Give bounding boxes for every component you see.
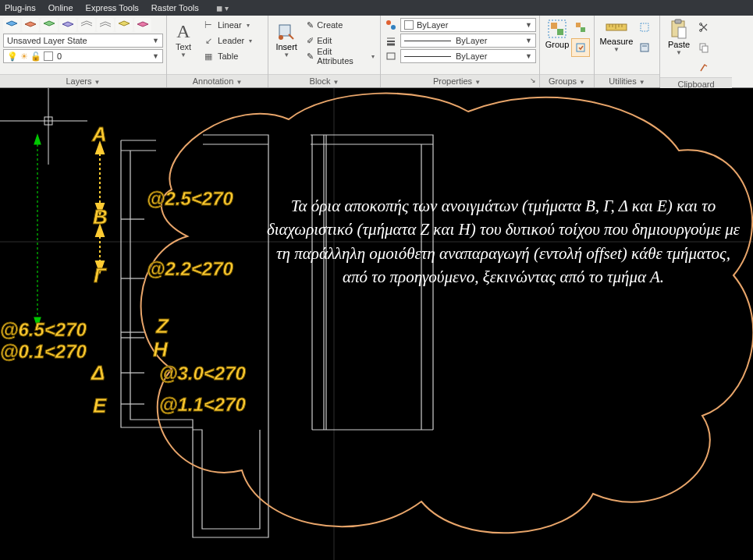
layers-panel: Unsaved Layer State ▼ 💡 ☀ 🔓 0 ▼ Layers ▼ xyxy=(0,16,167,87)
edit-attributes-button[interactable]: ✎ Edit Attributes ▾ xyxy=(304,49,377,63)
layer-lock-button[interactable] xyxy=(97,18,114,32)
utilities-panel-label[interactable]: Utilities ▼ xyxy=(595,74,659,87)
svg-rect-21 xyxy=(641,44,648,51)
point-label-G: Γ xyxy=(94,264,106,288)
clipboard-panel: Paste ▼ Clipboard xyxy=(660,16,732,87)
lineweight-button[interactable] xyxy=(384,34,398,48)
cut-button[interactable] xyxy=(694,18,713,37)
svg-point-3 xyxy=(391,25,396,30)
svg-rect-24 xyxy=(675,19,681,23)
group-label: Group xyxy=(545,40,570,49)
utilities-panel: Measure ▼ Utilities ▼ xyxy=(595,16,660,87)
svg-rect-0 xyxy=(279,25,290,36)
leader-label: Leader xyxy=(218,36,244,45)
layer-off-button[interactable] xyxy=(78,18,95,32)
edit-block-button[interactable]: ✐ Edit xyxy=(304,34,377,48)
svg-rect-9 xyxy=(551,23,557,29)
layer-state-dropdown[interactable]: Unsaved Layer State ▼ xyxy=(3,34,163,48)
color-swatch-icon xyxy=(404,20,414,30)
insert-button[interactable]: Insert ▼ xyxy=(272,18,301,62)
layer-isolate-button[interactable] xyxy=(41,18,58,32)
insert-label: Insert xyxy=(275,42,297,51)
paste-icon xyxy=(669,18,689,40)
menu-plugins[interactable]: Plug-ins xyxy=(5,3,36,12)
color-dropdown[interactable]: ByLayer ▼ xyxy=(400,18,536,32)
group-button[interactable]: Group xyxy=(543,18,571,62)
menu-express-tools[interactable]: Express Tools xyxy=(86,3,139,12)
paste-button[interactable]: Paste ▼ xyxy=(663,18,694,62)
select-all-button[interactable] xyxy=(635,18,654,37)
quick-calc-button[interactable] xyxy=(635,38,654,57)
dropdown-caret-icon: ▼ xyxy=(525,21,532,29)
sun-icon: ☀ xyxy=(20,51,28,62)
drawing-canvas[interactable]: Α Β Γ Ζ Η Δ Ε @2.5<270 @2.2<270 @3.0<270… xyxy=(0,88,753,560)
layers-panel-label[interactable]: Layers ▼ xyxy=(0,74,166,87)
edit-label: Edit xyxy=(317,36,332,45)
coord-4: @1.1<270 xyxy=(159,394,246,416)
menu-online[interactable]: Online xyxy=(48,3,73,12)
groups-panel-label[interactable]: Groups ▼ xyxy=(540,74,594,87)
text-icon: A xyxy=(176,21,190,42)
annotation-note: Τα όρια αποκοπής των ανοιγμάτων (τμήματα… xyxy=(262,194,744,289)
leader-icon: ↙ xyxy=(202,36,215,46)
block-panel-label[interactable]: Block ▼ xyxy=(268,74,380,87)
coord-2: @2.2<270 xyxy=(147,258,233,280)
create-block-button[interactable]: ✎ Create xyxy=(304,18,377,32)
menu-raster-tools[interactable]: Raster Tools xyxy=(151,3,199,12)
svg-rect-10 xyxy=(557,29,563,35)
dropdown-caret-icon: ▼ xyxy=(152,37,159,44)
linear-icon: ⊢ xyxy=(202,20,215,30)
groups-panel: Group Groups ▼ xyxy=(540,16,595,87)
properties-panel-label[interactable]: Properties ▼ ↘ xyxy=(381,74,539,87)
lightbulb-icon: 💡 xyxy=(7,51,18,62)
linetype-button[interactable] xyxy=(384,49,398,63)
group-edit-button[interactable] xyxy=(571,38,590,57)
properties-panel: ByLayer ▼ ByLayer ▼ ByLa xyxy=(381,16,540,87)
block-panel: Insert ▼ ✎ Create ✐ Edit ✎ Edit Attribut… xyxy=(268,16,381,87)
edit-attr-icon: ✎ xyxy=(307,51,314,62)
line-preview-icon xyxy=(404,41,451,41)
measure-label: Measure xyxy=(600,37,634,46)
coord-5: @6.5<270 xyxy=(0,319,87,341)
point-label-E: Ε xyxy=(93,394,106,418)
layer-state-value: Unsaved Layer State xyxy=(7,36,87,45)
match-button[interactable] xyxy=(694,58,713,77)
line-preview-icon xyxy=(404,56,451,57)
layer-properties-button[interactable] xyxy=(3,18,20,32)
ungroup-button[interactable] xyxy=(571,18,590,37)
layer-freeze-button[interactable] xyxy=(59,18,76,32)
ribbon: Unsaved Layer State ▼ 💡 ☀ 🔓 0 ▼ Layers ▼ xyxy=(0,16,753,88)
copy-button[interactable] xyxy=(694,38,713,57)
layer-previous-button[interactable] xyxy=(134,18,151,32)
match-properties-button[interactable] xyxy=(384,18,398,32)
point-label-D: Δ xyxy=(91,361,105,385)
current-layer-dropdown[interactable]: 💡 ☀ 🔓 0 ▼ xyxy=(3,49,163,63)
current-layer-name: 0 xyxy=(57,51,62,61)
table-button[interactable]: ▦ Table xyxy=(200,49,254,63)
svg-point-2 xyxy=(386,20,391,25)
measure-button[interactable]: Measure ▼ xyxy=(598,18,635,62)
point-label-B: Β xyxy=(93,205,108,229)
dropdown-caret-icon: ▼ xyxy=(525,52,532,60)
measure-icon xyxy=(605,18,628,37)
dropdown-caret-icon: ▼ xyxy=(152,52,159,60)
layer-states-button[interactable] xyxy=(22,18,39,32)
color-value: ByLayer xyxy=(417,20,448,30)
coord-3: @3.0<270 xyxy=(159,363,246,385)
table-icon: ▦ xyxy=(202,51,215,62)
text-label: Text xyxy=(176,42,191,51)
linear-button[interactable]: ⊢ Linear ▾ xyxy=(200,18,254,32)
linetype-dropdown[interactable]: ByLayer ▼ xyxy=(400,49,536,63)
leader-button[interactable]: ↙ Leader ▾ xyxy=(200,34,254,48)
annotation-panel-label[interactable]: Annotation ▼ xyxy=(167,74,268,87)
svg-marker-42 xyxy=(34,135,41,144)
text-button[interactable]: A Text ▼ xyxy=(170,18,197,62)
linear-label: Linear xyxy=(218,20,242,30)
menu-overflow-icon[interactable]: ◼ ▾ xyxy=(216,4,229,12)
point-label-A: Α xyxy=(92,122,107,147)
lineweight-dropdown[interactable]: ByLayer ▼ xyxy=(400,34,536,48)
point-label-H: Η xyxy=(153,338,168,362)
layer-match-button[interactable] xyxy=(115,18,133,32)
layer-status-icons: 💡 ☀ 🔓 xyxy=(7,51,53,62)
color-swatch-icon xyxy=(44,51,53,61)
